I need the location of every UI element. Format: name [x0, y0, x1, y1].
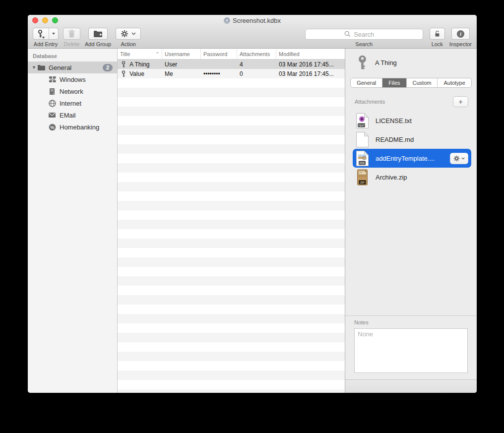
search-field-wrap [305, 29, 423, 40]
delete-group: Delete [63, 28, 80, 47]
column-header-attachments[interactable]: Attachments [237, 49, 276, 59]
disclosure-triangle-icon[interactable]: ▼ [32, 65, 37, 70]
svg-text:TEXT: TEXT [358, 124, 365, 126]
table-row[interactable]: A Thing User 4 03 Mar 2016 17:45... [118, 60, 345, 69]
list-item[interactable]: README.md [353, 130, 471, 149]
lock-label: Lock [432, 41, 443, 47]
inspector-spacer [345, 186, 477, 315]
list-item[interactable]: TEXT LICENSE.txt [353, 111, 471, 130]
close-button[interactable] [32, 17, 38, 23]
sidebar: Database ▼ General 2 Windows Networ [28, 49, 118, 393]
trash-icon [68, 29, 75, 38]
delete-button[interactable] [63, 28, 80, 40]
folder-plus-icon [93, 30, 103, 38]
envelope-icon [48, 112, 57, 118]
key-icon [357, 55, 368, 70]
gear-icon [453, 155, 460, 162]
table-header: Title ⌃ Username Password Attachments Mo… [118, 49, 345, 60]
gear-icon [121, 30, 128, 38]
list-item[interactable]: ZIP Archive.zip [353, 168, 471, 186]
add-entry-label: Add Entry [34, 41, 58, 47]
sidebar-item-windows[interactable]: Windows [28, 73, 117, 85]
attachment-action-button[interactable] [450, 153, 468, 164]
column-header-title[interactable]: Title ⌃ [118, 49, 162, 59]
entry-table: Title ⌃ Username Password Attachments Mo… [118, 49, 345, 393]
window-title: Screenshot.kdbx [233, 17, 281, 24]
lock-group: Lock [430, 28, 445, 47]
percent-icon: % [48, 124, 57, 131]
inspector-panel: A Thing General Files Custom Autotype At… [345, 49, 477, 393]
inspector-group: i Inspector [449, 28, 472, 47]
table-row[interactable]: Value Me •••••••• 0 03 Mar 2016 17:45... [118, 69, 345, 78]
tab-custom[interactable]: Custom [407, 78, 438, 87]
sidebar-header: Database [28, 49, 117, 62]
document-icon [224, 17, 230, 24]
column-header-username[interactable]: Username [162, 49, 201, 59]
entry-title: A Thing [375, 59, 397, 66]
add-entry-button[interactable] [33, 28, 59, 40]
pdf-file-icon: PDF [356, 150, 369, 167]
notes-section: Notes [345, 315, 477, 379]
sidebar-item-label: Windows [60, 76, 86, 83]
add-group-group: Add Group [85, 28, 111, 47]
column-header-modified[interactable]: Modified [276, 49, 345, 59]
svg-text:ZIP: ZIP [360, 181, 365, 184]
count-badge: 2 [103, 64, 113, 71]
traffic-lights [32, 17, 58, 23]
sidebar-item-general[interactable]: ▼ General 2 [28, 62, 117, 73]
inspector-footer [345, 379, 477, 393]
windows-network-icon [48, 76, 57, 83]
tab-autotype[interactable]: Autotype [438, 78, 471, 87]
window-title-group: Screenshot.kdbx [224, 17, 281, 24]
tab-files[interactable]: Files [382, 78, 406, 87]
key-icon [121, 61, 126, 68]
add-entry-group: Add Entry [33, 28, 59, 47]
sort-ascending-icon: ⌃ [155, 52, 159, 57]
titlebar[interactable]: Screenshot.kdbx [28, 15, 477, 26]
dropdown-caret-icon [52, 33, 55, 35]
sidebar-item-homebanking[interactable]: % Homebanking [28, 121, 117, 133]
attachments-header: Attachments + [355, 96, 468, 107]
sidebar-item-email[interactable]: EMail [28, 109, 117, 121]
action-label: Action [121, 41, 136, 47]
folder-icon [37, 64, 46, 71]
entry-header: A Thing [345, 49, 477, 70]
key-plus-icon[interactable] [33, 28, 49, 39]
notes-textarea[interactable] [354, 328, 468, 373]
server-icon [48, 88, 57, 95]
zoom-button[interactable] [52, 17, 58, 23]
document-file-icon [356, 131, 369, 148]
text-file-icon: TEXT [356, 113, 369, 129]
sidebar-item-internet[interactable]: Internet [28, 97, 117, 109]
empty-rows-area [118, 78, 345, 393]
search-label: Search [355, 41, 373, 47]
list-item[interactable]: PDF addEntryTemplate.... [353, 149, 471, 168]
search-group: Search [305, 28, 423, 47]
sidebar-item-label: Homebanking [60, 124, 99, 131]
inspector-button[interactable]: i [451, 28, 470, 40]
svg-text:PDF: PDF [360, 161, 365, 164]
toolbar: Add Entry Delete Add Group Action [28, 26, 477, 48]
add-group-label: Add Group [85, 41, 111, 47]
notes-label: Notes [354, 319, 468, 325]
sidebar-item-network[interactable]: Network [28, 85, 117, 97]
zip-file-icon: ZIP [356, 169, 369, 186]
tab-general[interactable]: General [351, 78, 382, 87]
search-input[interactable] [305, 29, 423, 40]
attachment-list: TEXT LICENSE.txt README.md [345, 111, 477, 186]
action-button[interactable] [116, 28, 141, 40]
sidebar-item-label: General [49, 64, 71, 71]
column-header-password[interactable]: Password [201, 49, 237, 59]
minimize-button[interactable] [42, 17, 48, 23]
add-attachment-button[interactable]: + [453, 96, 468, 107]
delete-label: Delete [64, 41, 80, 47]
lock-button[interactable] [430, 28, 445, 40]
sidebar-item-label: Network [60, 88, 83, 95]
add-entry-dropdown[interactable] [49, 28, 58, 39]
action-group: Action [116, 28, 141, 47]
sidebar-item-label: EMail [60, 112, 76, 119]
add-group-button[interactable] [88, 28, 108, 40]
inspector-label: Inspector [449, 41, 472, 47]
info-icon: i [456, 30, 465, 38]
window-chrome: Screenshot.kdbx Add Entry Delete [28, 15, 477, 49]
